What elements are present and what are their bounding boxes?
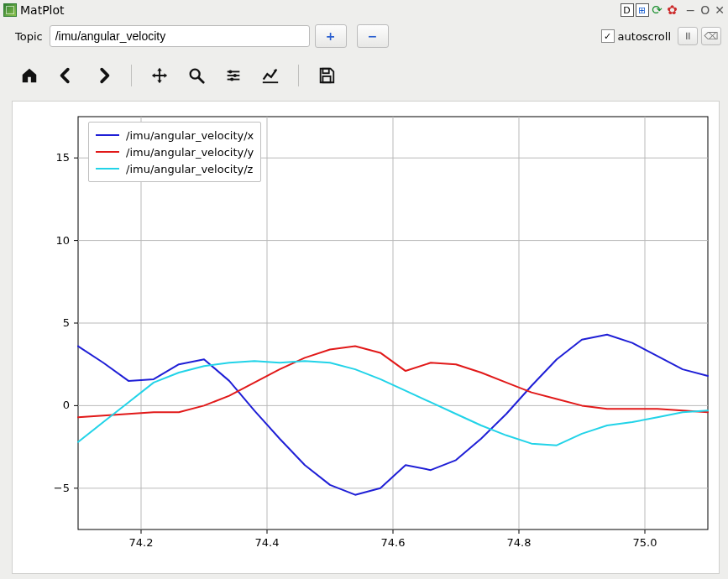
window-controls: − O ✕ <box>686 3 725 17</box>
legend-swatch <box>96 151 119 153</box>
legend-swatch <box>96 134 119 136</box>
xtick-label: 74.8 <box>507 536 532 549</box>
svg-point-6 <box>233 74 237 77</box>
autoscroll-label: autoscroll <box>618 30 671 43</box>
home-icon[interactable] <box>18 65 40 86</box>
ytick-label: 0 <box>63 399 70 411</box>
plot-container: 74.274.474.674.875.0−5051015 /imu/angula… <box>12 101 720 574</box>
toolbar-separator-2 <box>298 65 299 86</box>
forward-icon[interactable] <box>92 65 114 86</box>
ytick-label: −5 <box>54 482 70 494</box>
pause-button[interactable]: ⏸ <box>678 27 698 45</box>
titlebar-plugin-icons: D ⊞ ⟳ ✿ <box>621 3 679 17</box>
svg-line-1 <box>199 78 204 83</box>
toolbar-separator <box>131 65 132 86</box>
xtick-label: 74.6 <box>381 536 406 549</box>
save-icon[interactable] <box>316 65 338 86</box>
subplots-icon[interactable] <box>223 65 244 86</box>
ytick-label: 5 <box>63 316 70 329</box>
svg-rect-10 <box>322 76 330 82</box>
window-close[interactable]: ✕ <box>715 3 725 17</box>
titlebar-d-icon[interactable]: D <box>621 3 634 17</box>
window-minimize[interactable]: − <box>686 3 696 17</box>
legend-entry: /imu/angular_velocity/x <box>96 127 254 143</box>
svg-rect-9 <box>322 69 328 74</box>
titlebar-refresh-icon[interactable]: ⟳ <box>651 3 664 17</box>
legend-label: /imu/angular_velocity/y <box>126 146 254 159</box>
svg-rect-8 <box>263 81 278 83</box>
svg-point-7 <box>230 78 233 81</box>
autoscroll-checkbox[interactable]: ✓ <box>601 29 615 43</box>
mpl-toolbar <box>0 52 728 99</box>
xtick-label: 74.4 <box>255 536 280 549</box>
xtick-label: 74.2 <box>129 536 154 549</box>
edit-icon[interactable] <box>259 65 281 86</box>
window-maximize[interactable]: O <box>700 3 710 17</box>
topic-input[interactable] <box>50 25 310 47</box>
legend-label: /imu/angular_velocity/x <box>126 129 254 142</box>
xtick-label: 75.0 <box>633 536 657 549</box>
legend: /imu/angular_velocity/x/imu/angular_velo… <box>88 122 261 182</box>
toolbar-right-group: ✓ autoscroll ⏸ ⌫ <box>601 27 721 45</box>
titlebar-grid-icon[interactable]: ⊞ <box>636 3 649 17</box>
legend-entry: /imu/angular_velocity/z <box>96 160 254 177</box>
back-icon[interactable] <box>55 65 77 86</box>
legend-swatch <box>96 168 119 170</box>
zoom-icon[interactable] <box>186 65 207 86</box>
clear-button[interactable]: ⌫ <box>701 27 721 45</box>
pan-icon[interactable] <box>149 65 170 86</box>
window-titlebar: MatPlot D ⊞ ⟳ ✿ − O ✕ <box>0 0 728 20</box>
app-icon <box>3 3 17 17</box>
ytick-label: 10 <box>55 234 70 247</box>
topic-label: Topic <box>15 30 43 43</box>
legend-label: /imu/angular_velocity/z <box>126 163 253 175</box>
svg-point-5 <box>228 70 232 73</box>
remove-topic-button[interactable]: − <box>357 24 389 48</box>
add-topic-button[interactable]: + <box>315 24 347 48</box>
titlebar-help-icon[interactable]: ✿ <box>666 3 679 17</box>
ytick-label: 15 <box>55 151 70 164</box>
window-title: MatPlot <box>20 3 65 17</box>
legend-entry: /imu/angular_velocity/y <box>96 143 254 160</box>
topic-toolbar: Topic + − ✓ autoscroll ⏸ ⌫ <box>0 20 728 52</box>
